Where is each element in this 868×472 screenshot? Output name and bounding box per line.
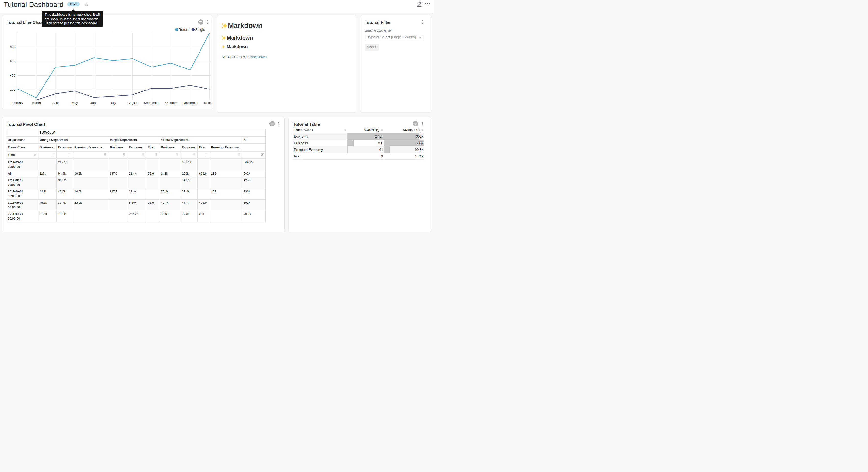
svg-text:June: June bbox=[90, 101, 97, 105]
svg-text:Return: Return bbox=[179, 28, 189, 32]
svg-text:July: July bbox=[110, 101, 116, 105]
svg-text:September: September bbox=[144, 101, 160, 105]
svg-text:August: August bbox=[127, 101, 137, 105]
svg-text:November: November bbox=[183, 101, 197, 105]
svg-text:800: 800 bbox=[10, 45, 16, 49]
svg-text:600: 600 bbox=[10, 59, 16, 63]
svg-text:400: 400 bbox=[10, 73, 16, 77]
svg-text:May: May bbox=[72, 101, 78, 105]
svg-text:April: April bbox=[52, 101, 59, 105]
svg-text:Single: Single bbox=[195, 28, 205, 32]
svg-text:October: October bbox=[165, 101, 177, 105]
svg-text:Dece: Dece bbox=[204, 101, 212, 105]
svg-text:February: February bbox=[10, 101, 24, 105]
svg-text:March: March bbox=[32, 101, 41, 105]
svg-text:200: 200 bbox=[10, 88, 16, 91]
